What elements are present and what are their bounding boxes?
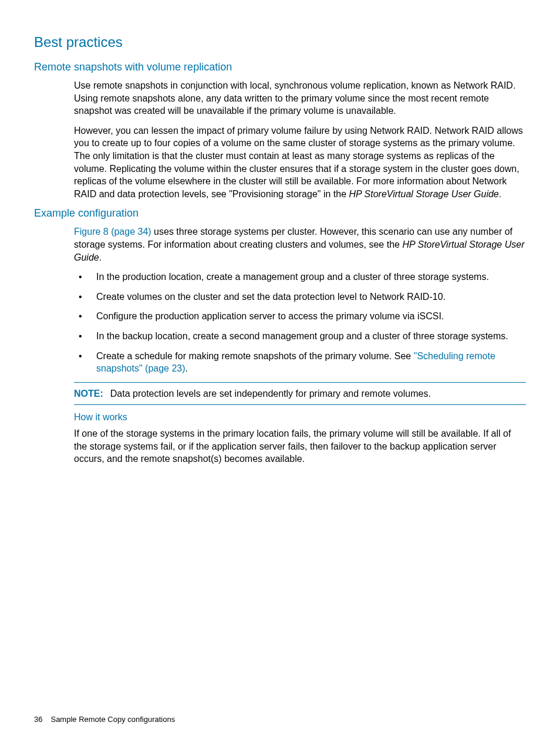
- footer-section-title: Sample Remote Copy configurations: [50, 715, 175, 724]
- paragraph-network-raid: However, you can lessen the impact of pr…: [74, 124, 526, 201]
- paragraph-intro: Use remote snapshots in conjunction with…: [74, 79, 526, 117]
- heading-how-it-works: How it works: [74, 412, 526, 423]
- note-box: NOTE:Data protection levels are set inde…: [74, 382, 526, 406]
- heading-best-practices: Best practices: [34, 34, 526, 50]
- text-segment: Create a schedule for making remote snap…: [96, 351, 414, 361]
- list-item: Configure the production application ser…: [74, 310, 526, 323]
- text-italic-guide: HP StoreVirtual Storage User Guide: [349, 189, 499, 199]
- bullet-list: In the production location, create a man…: [74, 271, 526, 375]
- text-segment: However, you can lessen the impact of pr…: [74, 126, 523, 199]
- list-item: Create volumes on the cluster and set th…: [74, 291, 526, 303]
- heading-remote-snapshots: Remote snapshots with volume replication: [34, 61, 526, 73]
- text-segment: .: [99, 252, 102, 262]
- note-text: Data protection levels are set independe…: [110, 389, 431, 399]
- list-item: In the backup location, create a second …: [74, 330, 526, 343]
- text-segment: .: [499, 189, 501, 199]
- heading-example-config: Example configuration: [34, 207, 526, 220]
- note-label: NOTE:: [74, 389, 103, 399]
- list-item: Create a schedule for making remote snap…: [74, 350, 526, 375]
- paragraph-example: Figure 8 (page 34) uses three storage sy…: [74, 225, 526, 264]
- text-segment: .: [185, 363, 188, 373]
- page-footer: 36Sample Remote Copy configurations: [34, 715, 175, 724]
- paragraph-how-it-works: If one of the storage systems in the pri…: [74, 427, 526, 465]
- page-number: 36: [34, 715, 42, 724]
- list-item: In the production location, create a man…: [74, 271, 526, 283]
- link-figure-8[interactable]: Figure 8 (page 34): [74, 227, 151, 237]
